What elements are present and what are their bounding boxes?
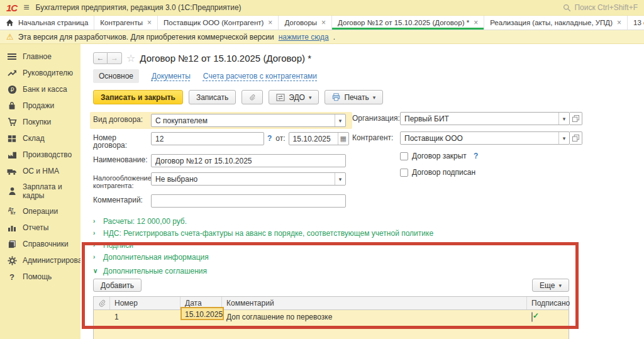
sidebar-item-administration[interactable]: Администрирование bbox=[0, 252, 80, 269]
search-icon bbox=[563, 4, 571, 12]
signed-checkbox-checked[interactable] bbox=[531, 312, 533, 322]
back-button[interactable]: ← bbox=[93, 52, 108, 64]
sidebar-item-reports[interactable]: Отчеты bbox=[0, 220, 80, 236]
contract-type-select[interactable]: С покупателем ▾ bbox=[151, 114, 346, 127]
save-button[interactable]: Записать bbox=[189, 90, 236, 104]
contract-number-label: Номер договора: bbox=[93, 132, 151, 149]
sidebar-item-directories[interactable]: Справочники bbox=[0, 236, 80, 252]
tab-contracts[interactable]: Договоры × bbox=[279, 16, 332, 30]
closed-hint-link[interactable]: ? bbox=[470, 152, 481, 160]
more-button[interactable]: Еще ▾ bbox=[532, 279, 569, 292]
buy-version-link[interactable]: нажмите сюда bbox=[279, 33, 329, 42]
reports-chart-icon bbox=[7, 223, 17, 233]
row-signed-cell[interactable] bbox=[527, 310, 569, 339]
close-icon[interactable]: × bbox=[617, 18, 621, 27]
global-search[interactable]: Поиск Ctrl+Shift+F bbox=[563, 3, 638, 12]
row-attachment-cell[interactable] bbox=[94, 310, 110, 339]
sidebar-item-production[interactable]: Производство bbox=[0, 147, 80, 163]
column-header-number[interactable]: Номер bbox=[110, 297, 180, 309]
tab-realization[interactable]: Реализация (акты, накладные, УПД) × bbox=[484, 16, 628, 30]
column-header-comment[interactable]: Комментарий bbox=[222, 297, 527, 309]
row-date-cell-selected[interactable]: 15.10.2025 bbox=[180, 310, 222, 339]
counterparty-open-button[interactable] bbox=[570, 131, 582, 145]
chevron-right-icon: › bbox=[93, 230, 99, 236]
chevron-down-expanded-icon: ∨ bbox=[93, 267, 99, 274]
close-icon[interactable]: × bbox=[474, 18, 478, 27]
production-factory-icon bbox=[7, 150, 17, 160]
section-additional-info[interactable]: › Дополнительная информация bbox=[93, 251, 644, 263]
paperclip-icon bbox=[98, 299, 106, 307]
form-tab-settlement-accounts[interactable]: Счета расчетов с контрагентами bbox=[203, 72, 317, 81]
1c-logo-icon: 1С bbox=[6, 3, 17, 13]
edo-exchange-icon bbox=[276, 94, 285, 101]
close-icon[interactable]: × bbox=[147, 18, 152, 27]
add-agreement-button[interactable]: Добавить bbox=[93, 279, 142, 292]
directories-books-icon bbox=[7, 239, 17, 249]
dropdown-icon[interactable]: ▾ bbox=[558, 132, 569, 144]
sidebar-item-payroll[interactable]: Зарплата и кадры bbox=[0, 179, 80, 203]
tab-home[interactable]: Начальная страница bbox=[0, 16, 94, 30]
forward-button[interactable]: → bbox=[108, 52, 122, 64]
sidebar-item-fixed-assets[interactable]: ОС и НМА bbox=[0, 163, 80, 179]
warehouse-grid-icon bbox=[7, 133, 17, 143]
chevron-down-icon: ▾ bbox=[558, 282, 562, 289]
dropdown-icon[interactable]: ▾ bbox=[335, 114, 345, 126]
agreement-table-row[interactable]: 1 15.10.2025 Доп соглашение по перевозке bbox=[94, 310, 569, 339]
name-input[interactable]: Договор №12 от 15.10.2025 bbox=[151, 154, 346, 167]
section-vat[interactable]: › НДС: Регистрировать счета-фактуры на а… bbox=[93, 227, 644, 239]
attachment-column-header[interactable] bbox=[94, 297, 110, 309]
sidebar-item-manager[interactable]: Руководителю bbox=[0, 65, 80, 81]
contract-form: ← → ☆ Договор №12 от 15.10.2025 (Договор… bbox=[80, 44, 644, 339]
form-tab-main[interactable]: Основное bbox=[93, 69, 139, 83]
row-number-cell[interactable]: 1 bbox=[110, 310, 180, 339]
purchases-cart-icon bbox=[7, 117, 17, 127]
print-button[interactable]: Печать ▾ bbox=[325, 90, 383, 104]
save-and-close-button[interactable]: Записать и закрыть bbox=[93, 90, 183, 104]
contract-number-input[interactable]: 12 bbox=[151, 132, 264, 145]
dropdown-icon[interactable]: ▾ bbox=[335, 173, 345, 185]
counterparty-select[interactable]: Поставщик ООО ▾ bbox=[400, 131, 570, 145]
main-menu-icon bbox=[7, 52, 17, 62]
tab-contract-13[interactable]: 13 от 15.10.2025 (Договор) × bbox=[628, 16, 644, 30]
main-menu-burger-icon[interactable]: ≡ bbox=[23, 3, 29, 13]
sidebar-item-help[interactable]: ? Помощь bbox=[0, 269, 80, 285]
sidebar-item-sales[interactable]: Продажи bbox=[0, 97, 80, 114]
tab-contract-12-active[interactable]: Договор №12 от 15.10.2025 (Договор) * × bbox=[332, 16, 484, 30]
fixed-assets-truck-icon bbox=[7, 166, 17, 176]
dropdown-icon[interactable]: ▾ bbox=[558, 113, 569, 125]
column-header-signed[interactable]: Подписано bbox=[527, 297, 569, 309]
sidebar-item-operations[interactable]: Дт Кт Операции bbox=[0, 203, 80, 220]
attachments-button[interactable] bbox=[242, 90, 263, 104]
open-in-form-icon bbox=[572, 135, 579, 142]
number-hint-link[interactable]: ? bbox=[264, 132, 275, 143]
sidebar-item-warehouse[interactable]: Склад bbox=[0, 130, 80, 147]
section-additional-agreements[interactable]: ∨ Дополнительные соглашения bbox=[93, 265, 644, 277]
sections-sidebar: Главное Руководителю ₽ Банк и касса Прод… bbox=[0, 44, 80, 339]
close-icon[interactable]: × bbox=[321, 18, 326, 27]
paperclip-icon bbox=[249, 93, 255, 101]
calendar-icon[interactable]: ▦ bbox=[338, 133, 348, 145]
tab-counterparties[interactable]: Контрагенты × bbox=[94, 16, 158, 30]
contract-signed-checkbox[interactable] bbox=[400, 169, 408, 177]
chevron-right-icon: › bbox=[93, 242, 99, 248]
favorite-star-icon[interactable]: ☆ bbox=[126, 52, 135, 64]
contract-signed-label: Договор подписан bbox=[412, 168, 475, 177]
sidebar-item-bank[interactable]: ₽ Банк и касса bbox=[0, 81, 80, 97]
sidebar-item-main[interactable]: Главное bbox=[0, 48, 80, 65]
edo-button[interactable]: ЭДО ▾ bbox=[269, 90, 319, 104]
contract-closed-checkbox[interactable] bbox=[400, 152, 408, 160]
counterparty-label: Контрагент: bbox=[352, 131, 400, 142]
organization-select[interactable]: Первый БИТ ▾ bbox=[400, 112, 570, 125]
section-settlements[interactable]: › Расчеты: 12 000,00 руб. bbox=[93, 215, 644, 227]
row-comment-cell[interactable]: Доп соглашение по перевозке bbox=[222, 310, 527, 339]
sidebar-item-purchases[interactable]: Покупки bbox=[0, 114, 80, 130]
section-signatures[interactable]: › Подписи bbox=[93, 239, 644, 251]
comment-input[interactable] bbox=[151, 194, 346, 208]
tab-supplier[interactable]: Поставщик ООО (Контрагент) × bbox=[158, 16, 279, 30]
form-tab-documents[interactable]: Документы bbox=[152, 72, 191, 81]
taxation-select[interactable]: Не выбрано ▾ bbox=[151, 172, 346, 186]
contract-date-input[interactable]: 15.10.2025 ▦ bbox=[289, 132, 349, 145]
close-icon[interactable]: × bbox=[268, 18, 272, 27]
organization-open-button[interactable] bbox=[570, 112, 582, 125]
page-title: Договор №12 от 15.10.2025 (Договор) * bbox=[140, 53, 311, 64]
